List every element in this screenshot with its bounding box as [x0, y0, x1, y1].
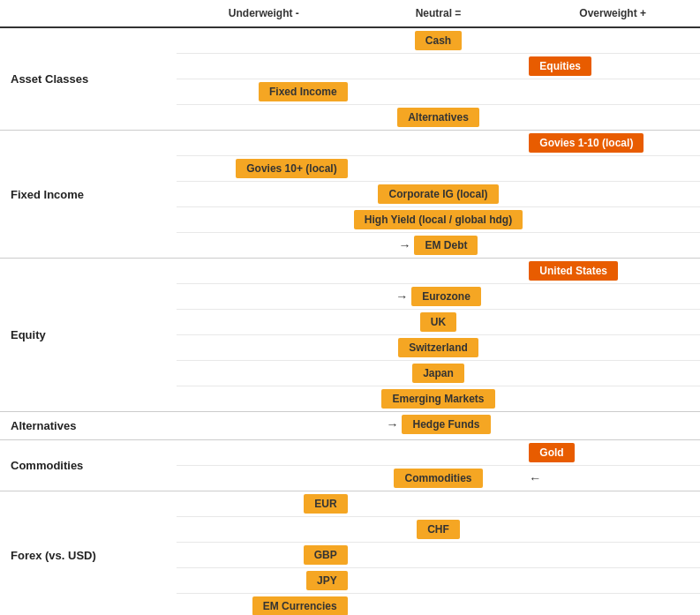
cell-neutral-4-0 — [351, 441, 526, 464]
section-label-3: Alternatives — [0, 412, 177, 439]
cell-underweight-2-5 — [177, 387, 351, 410]
header-underweight: Underweight - — [177, 7, 351, 19]
cell-underweight-1-1: Govies 10+ (local) — [177, 156, 351, 181]
row-5-2: GBP — [177, 543, 700, 568]
arrow-left-2-1: → — [395, 289, 408, 304]
cell-overweight-2-1 — [525, 285, 700, 308]
cell-underweight-2-4 — [177, 362, 351, 385]
bar-neutral-4-1: Commodities — [394, 469, 482, 488]
bar-neutral-1-3: High Yield (local / global hdg) — [354, 210, 523, 229]
bar-underweight-5-3: JPY — [306, 571, 348, 590]
cell-overweight-4-0: Gold — [525, 440, 700, 465]
row-1-0: Govies 1-10 (local) — [177, 131, 700, 156]
cell-neutral-1-1 — [351, 157, 526, 180]
rows-col-2: United States→EurozoneUKSwitzerlandJapan… — [177, 259, 700, 411]
cell-neutral-1-0 — [351, 131, 526, 154]
arrow-left-1-4: → — [398, 238, 410, 252]
cell-underweight-5-3: JPY — [177, 568, 351, 593]
cell-neutral-0-3: Alternatives — [351, 105, 526, 130]
section-0: Asset ClassesCashEquitiesFixed IncomeAlt… — [0, 28, 700, 131]
cell-underweight-5-0: EUR — [177, 491, 351, 516]
arrow-right-4-1: ← — [529, 471, 541, 485]
cell-overweight-5-0 — [525, 492, 700, 515]
cell-overweight-2-5 — [525, 387, 700, 410]
cell-overweight-4-1: ← — [525, 467, 700, 490]
cell-neutral-2-0 — [351, 259, 526, 282]
cell-overweight-2-0: United States — [525, 259, 700, 283]
cell-overweight-1-4 — [525, 234, 700, 257]
cell-neutral-2-1: →Eurozone — [351, 284, 526, 309]
cell-neutral-2-2: UK — [351, 310, 526, 334]
rows-col-0: CashEquitiesFixed IncomeAlternatives — [177, 28, 700, 130]
cell-underweight-1-3 — [177, 208, 350, 231]
row-1-3: High Yield (local / global hdg) — [177, 207, 700, 233]
bar-underweight-5-2: GBP — [304, 545, 348, 565]
cell-neutral-5-4 — [351, 595, 526, 615]
row-2-1: →Eurozone — [177, 284, 700, 310]
bar-neutral-0-3: Alternatives — [397, 108, 479, 127]
cell-overweight-2-2 — [525, 311, 700, 334]
header-overweight: Overweight + — [525, 7, 700, 19]
cell-underweight-0-1 — [177, 55, 351, 78]
cell-neutral-1-2: Corporate IG (local) — [351, 182, 526, 206]
cell-overweight-5-3 — [525, 569, 700, 592]
bar-overweight-2-0: United States — [529, 261, 618, 281]
cell-overweight-2-3 — [525, 336, 700, 359]
bar-neutral-5-1: CHF — [417, 520, 460, 539]
section-label-5: Forex (vs. USD) — [0, 491, 177, 615]
bar-neutral-2-4: Japan — [412, 364, 464, 383]
cell-underweight-0-3 — [177, 106, 351, 129]
row-5-3: JPY — [177, 568, 700, 594]
cell-overweight-5-1 — [525, 518, 700, 541]
cell-overweight-1-2 — [525, 183, 700, 206]
row-2-4: Japan — [177, 361, 700, 386]
row-4-1: Commodities← — [177, 466, 700, 491]
row-2-3: Switzerland — [177, 335, 700, 361]
section-label-2: Equity — [0, 259, 177, 411]
row-0-0: Cash — [177, 28, 700, 54]
section-1: Fixed IncomeGovies 1-10 (local)Govies 10… — [0, 131, 700, 259]
cell-neutral-2-5: Emerging Markets — [351, 386, 526, 411]
bar-neutral-1-4: EM Debt — [414, 236, 478, 255]
cell-neutral-2-3: Switzerland — [351, 335, 526, 360]
bar-overweight-1-0: Govies 1-10 (local) — [529, 133, 644, 153]
section-label-1: Fixed Income — [0, 131, 177, 258]
rows-col-3: →Hedge Funds — [177, 412, 700, 439]
bar-neutral-2-2: UK — [420, 312, 456, 332]
bar-neutral-3-0: Hedge Funds — [402, 415, 490, 434]
cell-underweight-0-2: Fixed Income — [177, 79, 351, 104]
cell-overweight-2-4 — [525, 362, 700, 385]
cell-underweight-4-1 — [177, 467, 351, 490]
cell-neutral-0-2 — [351, 80, 526, 103]
row-2-5: Emerging Markets — [177, 386, 700, 411]
header-neutral: Neutral = — [351, 7, 526, 19]
bar-underweight-1-1: Govies 10+ (local) — [236, 159, 347, 178]
main-container: Underweight - Neutral = Overweight + Ass… — [0, 0, 700, 615]
bar-neutral-2-1: Eurozone — [411, 287, 481, 306]
row-0-1: Equities — [177, 54, 700, 79]
cell-underweight-3-0 — [177, 413, 351, 436]
row-3-0: →Hedge Funds — [177, 412, 700, 437]
rows-col-5: EURCHFGBPJPYEM Currencies — [177, 491, 700, 615]
rows-col-4: GoldCommodities← — [177, 440, 700, 491]
bar-underweight-0-2: Fixed Income — [259, 82, 348, 101]
row-2-0: United States — [177, 259, 700, 284]
row-0-3: Alternatives — [177, 105, 700, 130]
cell-overweight-5-4 — [525, 595, 700, 615]
cell-overweight-0-2 — [525, 80, 700, 103]
row-5-0: EUR — [177, 491, 700, 517]
sections-container: Asset ClassesCashEquitiesFixed IncomeAlt… — [0, 28, 700, 615]
cell-underweight-5-2: GBP — [177, 543, 351, 567]
cell-underweight-1-4 — [177, 234, 351, 257]
bar-underweight-5-0: EUR — [304, 494, 347, 514]
bar-neutral-0-0: Cash — [415, 31, 462, 50]
bar-neutral-2-5: Emerging Markets — [381, 389, 494, 409]
cell-underweight-1-2 — [177, 183, 351, 206]
cell-neutral-5-3 — [351, 569, 526, 592]
cell-underweight-2-2 — [177, 311, 351, 334]
cell-neutral-2-4: Japan — [351, 361, 526, 386]
cell-neutral-5-2 — [351, 544, 526, 566]
bar-neutral-1-2: Corporate IG (local) — [378, 184, 498, 204]
cell-underweight-2-3 — [177, 336, 351, 359]
cell-neutral-0-1 — [351, 55, 526, 78]
